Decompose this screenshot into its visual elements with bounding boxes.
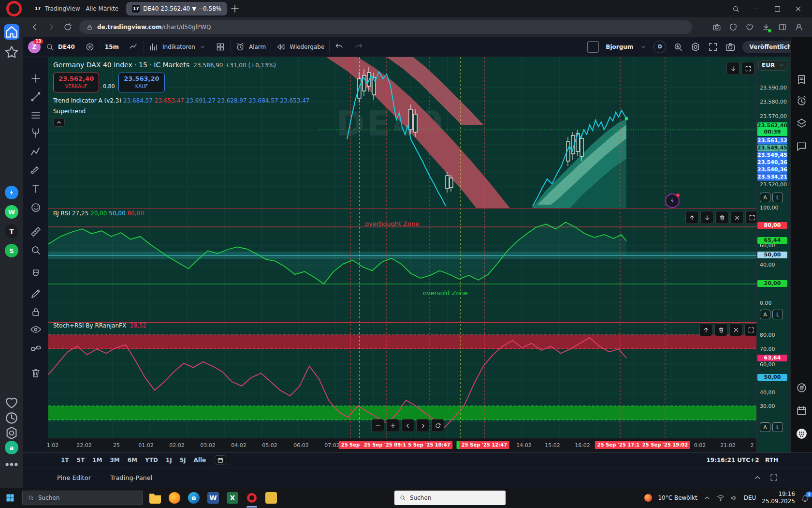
collapse-legend-button[interactable] (53, 118, 65, 127)
trend-line-tool-icon[interactable] (30, 91, 42, 103)
browser-tab-1[interactable]: 17 TradingView - Alle Märkte (28, 2, 124, 15)
range-ytd[interactable]: YTD (141, 455, 162, 465)
close-button[interactable] (730, 211, 743, 224)
range-1j[interactable]: 1J (162, 455, 176, 465)
opera-logo-icon[interactable] (6, 1, 22, 16)
layout-select-icon[interactable] (587, 41, 599, 53)
taskbar-search[interactable]: Suchen (22, 491, 143, 505)
range-3m[interactable]: 3M (106, 455, 123, 465)
sell-button[interactable]: 23.562,40 VERKAUF (53, 73, 99, 92)
chevron-up-icon[interactable] (753, 473, 762, 482)
arrow-up-button[interactable] (685, 211, 698, 224)
arrow-down-button[interactable] (726, 62, 740, 75)
camera-icon[interactable] (725, 42, 736, 52)
minus-button[interactable] (371, 419, 384, 432)
redo-button[interactable] (349, 41, 368, 53)
object-tree-icon[interactable] (796, 117, 808, 129)
sidebar-settings-icon[interactable] (4, 425, 19, 441)
reload-icon[interactable] (63, 22, 72, 32)
auto-scale-button[interactable]: A (760, 310, 770, 319)
notes-app-icon[interactable] (264, 491, 278, 505)
maximize-button[interactable] (741, 62, 754, 75)
heart-icon[interactable] (745, 23, 754, 31)
chat-icon[interactable] (796, 140, 808, 152)
fib-retracement-tool-icon[interactable] (30, 109, 42, 121)
brush-tool-icon[interactable] (30, 164, 42, 176)
back-icon[interactable] (30, 22, 40, 32)
session-toggle[interactable]: RTH (765, 457, 778, 463)
keyboard-language[interactable]: DEU (744, 494, 756, 501)
sidebar-history-icon[interactable] (4, 410, 19, 426)
pattern-tool-icon[interactable] (30, 147, 42, 158)
calendar-icon[interactable] (796, 404, 808, 417)
excel-app-icon[interactable]: X (225, 491, 240, 505)
close-win-icon[interactable] (794, 5, 802, 13)
range-1m[interactable]: 1M (88, 455, 106, 465)
resolution-badge[interactable]: D (653, 41, 666, 53)
server-clock[interactable]: 19:16:21 UTC+2 (707, 457, 759, 463)
forward-icon[interactable] (46, 22, 56, 32)
compare-button[interactable] (80, 41, 100, 53)
undo-button[interactable] (330, 41, 349, 53)
layout-name[interactable]: Bjorgum (606, 44, 633, 50)
settings-gear-icon[interactable] (690, 42, 701, 52)
chevron-up-icon[interactable] (703, 494, 711, 502)
panel-divider[interactable] (48, 320, 756, 321)
close-button[interactable] (729, 323, 742, 336)
opera-app-icon[interactable] (245, 491, 259, 505)
quick-search-icon[interactable] (673, 42, 683, 52)
maximize-icon[interactable] (769, 473, 778, 482)
symbol-title[interactable]: Germany DAX 40 Index · 15 · IC Markets (53, 61, 189, 69)
range-5j[interactable]: 5J (176, 455, 190, 465)
screener-radar-icon[interactable] (796, 382, 808, 394)
interval-button[interactable]: 15m (100, 41, 124, 53)
shield-icon[interactable] (729, 23, 738, 31)
edge-app-icon[interactable]: e (187, 491, 201, 505)
sidebar-star-icon[interactable] (4, 45, 19, 60)
trash-tool-icon[interactable] (30, 367, 42, 379)
chevron-down-icon[interactable] (640, 44, 647, 50)
stoch-legend[interactable]: Stoch+RSI By RRanjanFX 28,52 (53, 322, 146, 329)
rsi-legend[interactable]: BJ RSI 27,25 20,00 50,00 80,00 (53, 210, 144, 217)
log-scale-button[interactable]: L (772, 193, 783, 202)
weather-text[interactable]: 10°C Bewölkt (658, 494, 697, 501)
trading-panel-tab[interactable]: Trading-Panel (110, 474, 152, 481)
community-apps-icon[interactable] (796, 428, 808, 440)
alerts-clock-icon[interactable] (796, 95, 808, 107)
lock-tool-icon[interactable] (30, 306, 42, 318)
pitchfork-tool-icon[interactable] (30, 127, 42, 139)
templates-button[interactable] (211, 41, 231, 53)
arrow-down-button[interactable] (700, 211, 713, 224)
maximize-button[interactable] (744, 323, 757, 336)
indicator-legend[interactable]: Trend Indicator A (v2.3) 23.684,57 23.65… (53, 97, 309, 104)
trash-button[interactable] (714, 323, 727, 336)
sidebar-spotify-app-icon[interactable]: S (5, 244, 18, 257)
sidebar-whatsapp-app-icon[interactable]: W (5, 205, 18, 219)
watchlist-icon[interactable] (796, 74, 808, 86)
range-alle[interactable]: Alle (189, 455, 210, 465)
arrow-up-button[interactable] (699, 323, 712, 336)
sidebar-messenger-app-icon[interactable] (5, 186, 18, 199)
download-icon[interactable] (762, 23, 770, 31)
replay-button[interactable]: Wiedergabe (271, 41, 330, 53)
auto-scale-button[interactable]: A (760, 193, 770, 202)
price-axis[interactable]: EUR AL AL AL 23.590,0023.580,0023.570,00… (756, 57, 790, 452)
network-icon[interactable] (717, 494, 725, 502)
edit-tool-icon[interactable] (30, 288, 42, 299)
link-tool-icon[interactable] (30, 343, 42, 354)
page-search-field[interactable]: Suchen (394, 491, 506, 505)
chart-type-button[interactable] (124, 41, 144, 53)
crosshair-tool-icon[interactable] (30, 73, 42, 84)
volume-icon[interactable] (730, 494, 738, 502)
taskbar-clock[interactable]: 19:16 25.09.2025 (762, 491, 795, 505)
sidebar-aria-app-icon[interactable]: a (5, 441, 18, 454)
magnet-tool-icon[interactable] (30, 269, 42, 280)
user-avatar[interactable]: Z 13 (28, 41, 41, 53)
browser-tab-2-active[interactable]: 17 DE40 23.562,40 ▼ −0.58% (126, 2, 227, 15)
range-1t[interactable]: 1T (57, 455, 73, 465)
emoji-tool-icon[interactable] (30, 202, 42, 213)
eye-tool-icon[interactable] (30, 324, 42, 335)
currency-dropdown[interactable]: EUR (758, 60, 787, 71)
alert-button[interactable]: Alarm (231, 41, 271, 53)
symbol-search-button[interactable]: DE40 (41, 41, 80, 53)
